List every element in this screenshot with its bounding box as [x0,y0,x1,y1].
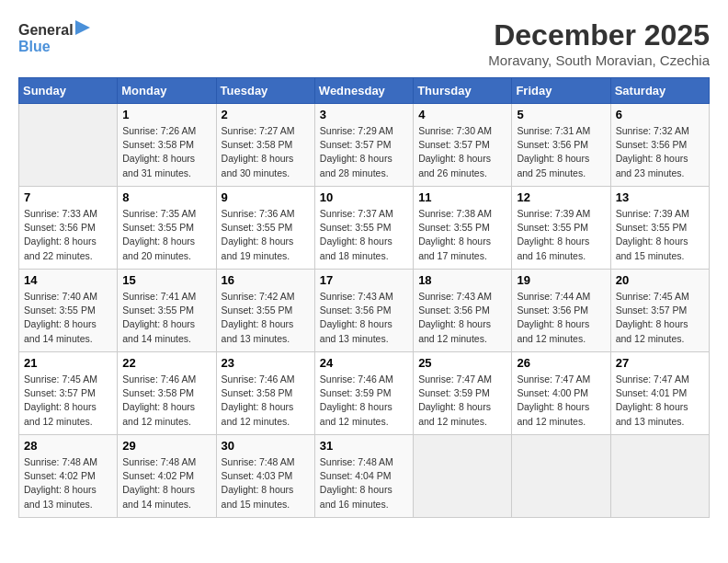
day-number: 21 [24,356,112,370]
day-number: 23 [222,356,310,370]
day-info: Sunrise: 7:48 AM Sunset: 4:02 PM Dayligh… [122,455,210,511]
calendar-cell: 24Sunrise: 7:46 AM Sunset: 3:59 PM Dayli… [314,352,413,435]
calendar-cell: 25Sunrise: 7:47 AM Sunset: 3:59 PM Dayli… [414,352,512,435]
day-number: 1 [122,108,210,121]
weekday-header-monday: Monday [118,78,216,104]
day-number: 5 [517,108,605,121]
day-info: Sunrise: 7:48 AM Sunset: 4:04 PM Dayligh… [320,455,408,511]
day-info: Sunrise: 7:39 AM Sunset: 3:55 PM Dayligh… [517,207,605,263]
day-info: Sunrise: 7:46 AM Sunset: 3:58 PM Dayligh… [222,373,310,429]
day-info: Sunrise: 7:29 AM Sunset: 3:57 PM Dayligh… [320,124,408,180]
weekday-header-saturday: Saturday [610,78,709,104]
weekday-header-row: SundayMondayTuesdayWednesdayThursdayFrid… [19,78,710,104]
day-number: 4 [418,108,506,121]
day-number: 6 [616,108,704,121]
title-block: December 2025 Moravany, South Moravian, … [488,18,710,68]
location: Moravany, South Moravian, Czechia [488,52,710,68]
day-info: Sunrise: 7:42 AM Sunset: 3:55 PM Dayligh… [222,290,310,346]
calendar-cell: 10Sunrise: 7:37 AM Sunset: 3:55 PM Dayli… [314,187,413,270]
calendar-cell: 18Sunrise: 7:43 AM Sunset: 3:56 PM Dayli… [414,270,512,352]
day-info: Sunrise: 7:47 AM Sunset: 4:01 PM Dayligh… [616,373,704,429]
calendar-cell: 26Sunrise: 7:47 AM Sunset: 4:00 PM Dayli… [512,352,610,435]
calendar-cell: 13Sunrise: 7:39 AM Sunset: 3:55 PM Dayli… [610,187,709,270]
calendar-cell [512,435,610,518]
calendar-cell [414,435,512,518]
calendar-cell: 3Sunrise: 7:29 AM Sunset: 3:57 PM Daylig… [314,104,413,187]
day-info: Sunrise: 7:45 AM Sunset: 3:57 PM Dayligh… [616,290,704,346]
calendar-cell: 4Sunrise: 7:30 AM Sunset: 3:57 PM Daylig… [414,104,512,187]
day-info: Sunrise: 7:38 AM Sunset: 3:55 PM Dayligh… [418,207,506,263]
day-number: 14 [24,273,112,287]
day-info: Sunrise: 7:46 AM Sunset: 3:59 PM Dayligh… [320,373,408,429]
day-info: Sunrise: 7:44 AM Sunset: 3:56 PM Dayligh… [517,290,605,346]
day-number: 26 [517,356,605,370]
day-info: Sunrise: 7:36 AM Sunset: 3:55 PM Dayligh… [222,207,310,263]
week-row-4: 21Sunrise: 7:45 AM Sunset: 3:57 PM Dayli… [19,352,710,435]
day-number: 13 [616,190,704,204]
day-info: Sunrise: 7:43 AM Sunset: 3:56 PM Dayligh… [320,290,408,346]
weekday-header-tuesday: Tuesday [216,78,314,104]
calendar-cell: 20Sunrise: 7:45 AM Sunset: 3:57 PM Dayli… [610,270,709,352]
calendar-cell: 6Sunrise: 7:32 AM Sunset: 3:56 PM Daylig… [610,104,709,187]
calendar-cell: 19Sunrise: 7:44 AM Sunset: 3:56 PM Dayli… [512,270,610,352]
weekday-header-sunday: Sunday [19,78,118,104]
week-row-1: 1Sunrise: 7:26 AM Sunset: 3:58 PM Daylig… [19,104,710,187]
calendar-cell: 30Sunrise: 7:48 AM Sunset: 4:03 PM Dayli… [216,435,314,518]
day-info: Sunrise: 7:48 AM Sunset: 4:02 PM Dayligh… [24,455,112,511]
calendar-cell: 17Sunrise: 7:43 AM Sunset: 3:56 PM Dayli… [314,270,413,352]
day-info: Sunrise: 7:46 AM Sunset: 3:58 PM Dayligh… [122,373,210,429]
day-info: Sunrise: 7:27 AM Sunset: 3:58 PM Dayligh… [222,124,310,180]
calendar-cell [610,435,709,518]
day-number: 16 [222,273,310,287]
day-number: 7 [24,190,112,204]
day-number: 22 [122,356,210,370]
weekday-header-thursday: Thursday [414,78,512,104]
day-info: Sunrise: 7:45 AM Sunset: 3:57 PM Dayligh… [24,373,112,429]
day-info: Sunrise: 7:40 AM Sunset: 3:55 PM Dayligh… [24,290,112,346]
day-number: 27 [616,356,704,370]
svg-text:Blue: Blue [18,39,51,54]
day-number: 17 [320,273,408,287]
calendar-cell: 31Sunrise: 7:48 AM Sunset: 4:04 PM Dayli… [314,435,413,518]
weekday-header-friday: Friday [512,78,610,104]
day-info: Sunrise: 7:43 AM Sunset: 3:56 PM Dayligh… [418,290,506,346]
calendar-cell: 9Sunrise: 7:36 AM Sunset: 3:55 PM Daylig… [216,187,314,270]
calendar-cell: 29Sunrise: 7:48 AM Sunset: 4:02 PM Dayli… [118,435,216,518]
day-info: Sunrise: 7:30 AM Sunset: 3:57 PM Dayligh… [418,124,506,180]
day-number: 15 [122,273,210,287]
day-info: Sunrise: 7:37 AM Sunset: 3:55 PM Dayligh… [320,207,408,263]
day-number: 20 [616,273,704,287]
day-number: 2 [222,108,310,121]
calendar-cell: 11Sunrise: 7:38 AM Sunset: 3:55 PM Dayli… [414,187,512,270]
day-number: 30 [222,439,310,453]
calendar-cell: 5Sunrise: 7:31 AM Sunset: 3:56 PM Daylig… [512,104,610,187]
day-number: 8 [122,190,210,204]
logo: GeneralBlue [18,18,92,55]
day-info: Sunrise: 7:33 AM Sunset: 3:56 PM Dayligh… [24,207,112,263]
week-row-5: 28Sunrise: 7:48 AM Sunset: 4:02 PM Dayli… [19,435,710,518]
day-number: 10 [320,190,408,204]
calendar-cell: 2Sunrise: 7:27 AM Sunset: 3:58 PM Daylig… [216,104,314,187]
calendar-cell: 27Sunrise: 7:47 AM Sunset: 4:01 PM Dayli… [610,352,709,435]
day-number: 11 [418,190,506,204]
day-number: 12 [517,190,605,204]
calendar-cell: 7Sunrise: 7:33 AM Sunset: 3:56 PM Daylig… [19,187,118,270]
day-number: 9 [222,190,310,204]
day-info: Sunrise: 7:47 AM Sunset: 4:00 PM Dayligh… [517,373,605,429]
day-info: Sunrise: 7:26 AM Sunset: 3:58 PM Dayligh… [122,124,210,180]
logo-svg: GeneralBlue [18,18,92,55]
day-number: 3 [320,108,408,121]
day-number: 19 [517,273,605,287]
day-info: Sunrise: 7:31 AM Sunset: 3:56 PM Dayligh… [517,124,605,180]
day-info: Sunrise: 7:39 AM Sunset: 3:55 PM Dayligh… [616,207,704,263]
day-number: 25 [418,356,506,370]
calendar-cell: 14Sunrise: 7:40 AM Sunset: 3:55 PM Dayli… [19,270,118,352]
week-row-3: 14Sunrise: 7:40 AM Sunset: 3:55 PM Dayli… [19,270,710,352]
day-number: 29 [122,439,210,453]
calendar-cell: 23Sunrise: 7:46 AM Sunset: 3:58 PM Dayli… [216,352,314,435]
page-header: GeneralBlue December 2025 Moravany, Sout… [18,18,710,68]
day-info: Sunrise: 7:48 AM Sunset: 4:03 PM Dayligh… [222,455,310,511]
day-number: 18 [418,273,506,287]
calendar-cell [19,104,118,187]
calendar-cell: 15Sunrise: 7:41 AM Sunset: 3:55 PM Dayli… [118,270,216,352]
